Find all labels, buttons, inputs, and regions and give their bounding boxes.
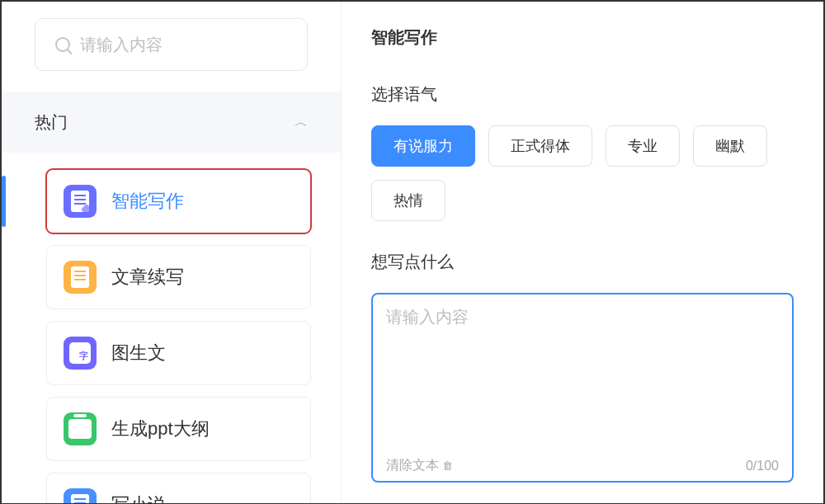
menu-label: 文章续写 [111, 265, 184, 290]
tone-section-label: 选择语气 [371, 83, 794, 106]
menu-label: 生成ppt大纲 [111, 417, 210, 441]
content-textarea[interactable] [386, 306, 779, 457]
tone-btn-professional[interactable]: 专业 [606, 125, 680, 167]
search-icon [55, 37, 70, 52]
sidebar: 热门 ︿ 智能写作 文章续写 图生文 生成ppt大纲 写小说 [2, 2, 342, 503]
search-box[interactable] [35, 18, 308, 71]
clear-label: 清除文本 [386, 457, 439, 474]
search-input[interactable] [80, 35, 287, 54]
tone-btn-formal[interactable]: 正式得体 [488, 125, 592, 167]
tone-btn-humorous[interactable]: 幽默 [693, 125, 767, 167]
char-counter: 0/100 [746, 459, 779, 473]
main-panel: 智能写作 选择语气 有说服力 正式得体 专业 幽默 热情 想写点什么 清除文本 … [342, 2, 823, 503]
menu-list: 智能写作 文章续写 图生文 生成ppt大纲 写小说 [2, 169, 341, 503]
content-footer: 清除文本 🗑 0/100 [386, 457, 779, 474]
content-section-label: 想写点什么 [371, 251, 794, 273]
chevron-up-icon: ︿ [295, 114, 308, 131]
category-header[interactable]: 热门 ︿ [2, 92, 341, 153]
content-area: 清除文本 🗑 0/100 [371, 293, 794, 483]
tone-btn-enthusiastic[interactable]: 热情 [371, 180, 446, 221]
menu-item-smart-writing[interactable]: 智能写作 [46, 169, 311, 233]
menu-item-continue-writing[interactable]: 文章续写 [46, 245, 311, 309]
menu-item-image-to-text[interactable]: 图生文 [46, 321, 311, 385]
menu-item-write-novel[interactable]: 写小说 [46, 473, 311, 503]
image-text-icon [64, 337, 97, 370]
tone-buttons: 有说服力 正式得体 专业 幽默 热情 [371, 125, 794, 221]
clear-button[interactable]: 清除文本 🗑 [386, 457, 453, 474]
menu-label: 写小说 [111, 492, 166, 503]
menu-label: 图生文 [111, 341, 166, 365]
category-title: 热门 [35, 111, 68, 134]
doc-edit-icon [64, 185, 97, 218]
menu-label: 智能写作 [111, 189, 184, 214]
menu-item-ppt-outline[interactable]: 生成ppt大纲 [46, 397, 311, 461]
ppt-icon [64, 412, 97, 445]
page-title: 智能写作 [371, 26, 794, 49]
doc-icon [64, 261, 97, 294]
active-indicator [2, 176, 6, 227]
trash-icon: 🗑 [442, 459, 453, 472]
doc-icon [64, 488, 97, 503]
tone-btn-persuasive[interactable]: 有说服力 [371, 125, 475, 167]
